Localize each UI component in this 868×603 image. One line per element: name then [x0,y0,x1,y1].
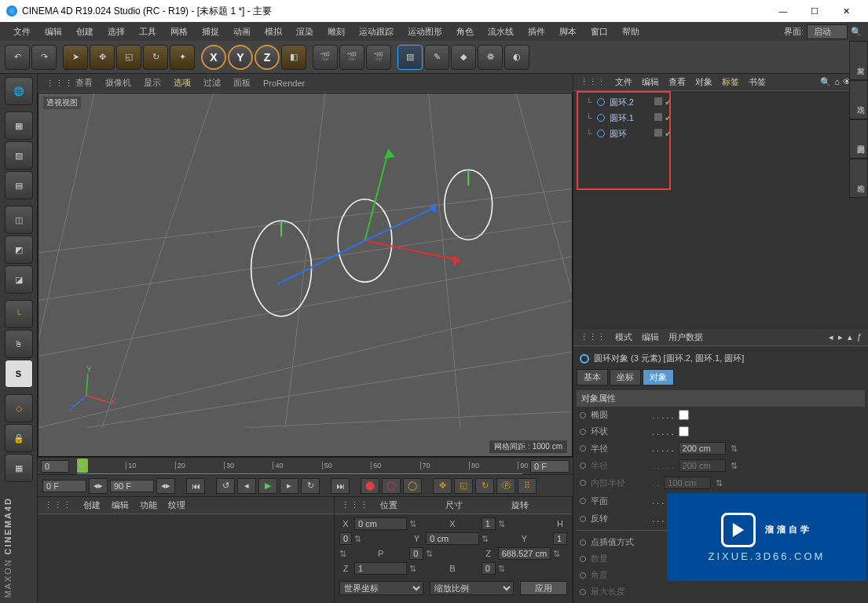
rot-b-stepper[interactable]: ⇅ [498,564,551,574]
axis-tool-button[interactable]: └ [5,300,33,328]
menu-tools[interactable]: 工具 [132,26,163,38]
key-dot-icon[interactable] [580,539,586,546]
maximize-button[interactable]: ☐ [799,0,830,22]
size-y-field[interactable] [553,532,567,545]
key-dot-icon[interactable] [580,429,586,435]
om-menu-view[interactable]: 查看 [668,76,686,88]
menu-window[interactable]: 窗口 [584,26,615,38]
rot-p-field[interactable] [409,547,423,560]
key-rot-button[interactable]: ↻ [475,478,494,494]
key-dot-icon[interactable] [580,572,586,579]
vp-menu-display[interactable]: 显示 [144,77,161,89]
pos-z-stepper[interactable]: ⇅ [553,549,567,559]
make-editable-button[interactable]: 🌐 [5,77,33,105]
search-icon[interactable]: 🔍 [851,27,862,37]
menu-character[interactable]: 角色 [449,26,481,38]
om-menu-objects[interactable]: 对象 [695,76,712,88]
pos-y-field[interactable] [426,532,478,545]
vp-menu-view[interactable]: 查看 [75,77,93,89]
size-z-field[interactable] [354,562,407,575]
menu-edit[interactable]: 编辑 [38,26,69,38]
add-spline-button[interactable]: ✎ [424,45,449,70]
size-z-stepper[interactable]: ⇅ [409,564,423,574]
render-pv-button[interactable]: 🎬 [339,45,364,70]
side-tab-content[interactable]: 内容浏览器 [849,119,868,159]
points-mode-button[interactable]: ◫ [5,206,33,234]
vp-menu-prorender[interactable]: ProRender [263,79,305,88]
om-search-icon[interactable]: 🔍 [820,77,831,87]
object-tree[interactable]: └ 圆环.2 ✔ └ 圆环.1 ✔ └ 圆环 ✔ [573,91,868,329]
key-dot-icon[interactable] [580,445,586,451]
mat-menu-create[interactable]: 创建 [83,499,101,511]
add-generator-button[interactable]: ◆ [451,45,476,70]
key-dot-icon[interactable] [580,498,586,504]
am-fwd-icon[interactable]: ▸ [838,332,843,342]
tab-basic[interactable]: 基本 [577,369,608,386]
range-stepper[interactable]: ◂▸ [89,478,108,494]
layout-select[interactable]: 启动 [807,24,848,39]
mat-menu-edit[interactable]: 编辑 [112,499,129,511]
keyframe-sel-button[interactable]: ◯ [403,478,422,494]
tab-object[interactable]: 对象 [643,369,674,386]
menu-animate[interactable]: 动画 [226,26,258,38]
rotate-tool-button[interactable]: ↻ [143,45,168,70]
rot-h-stepper[interactable]: ⇅ [354,534,407,544]
drag-handle-icon[interactable]: ⋮⋮⋮ [580,77,606,87]
close-button[interactable]: ✕ [830,0,862,22]
menu-render[interactable]: 渲染 [289,26,320,38]
menu-motiontrack[interactable]: 运动跟踪 [352,26,401,38]
vp-menu-filter[interactable]: 过滤 [203,77,221,89]
coord-scale-select[interactable]: 缩放比例 [430,581,514,595]
minimize-button[interactable]: — [767,0,799,22]
edges-mode-button[interactable]: ◩ [5,236,33,264]
next-key-button[interactable]: ↻ [301,478,320,494]
render-settings-button[interactable]: 🎬 [366,45,391,70]
workplane-button[interactable]: ▤ [5,171,33,199]
model-mode-button[interactable]: ▦ [5,111,33,140]
key-scale-button[interactable]: ◱ [454,478,473,494]
menu-plugins[interactable]: 插件 [521,26,552,38]
am-func-icon[interactable]: ƒ [857,332,862,342]
drag-handle-icon[interactable]: ⋮⋮⋮ [580,332,606,342]
menu-file[interactable]: 文件 [6,26,38,38]
radius-field[interactable] [679,442,726,455]
am-menu-mode[interactable]: 模式 [615,331,632,343]
menu-snap[interactable]: 捕捉 [195,26,226,38]
pos-z-field[interactable] [498,547,551,560]
drag-handle-icon[interactable]: ⋮⋮⋮ [341,500,369,510]
ring-checkbox[interactable] [679,426,689,437]
z-axis-lock-button[interactable]: Z [255,45,280,70]
pos-x-stepper[interactable]: ⇅ [409,519,423,529]
key-dot-icon[interactable] [580,462,586,469]
menu-mesh[interactable]: 网格 [163,26,195,38]
snap-tool-button[interactable]: S [5,360,33,388]
mat-menu-function[interactable]: 功能 [140,499,157,511]
perspective-viewport[interactable]: 透视视图 [38,93,573,457]
workplane-tool-button[interactable]: ◇ [5,394,33,422]
menu-sculpt[interactable]: 雕刻 [320,26,352,38]
radius-stepper[interactable]: ⇅ [731,444,738,454]
key-dot-icon[interactable] [580,412,586,418]
scale-tool-button[interactable]: ◱ [116,45,141,70]
rot-h-field[interactable] [339,532,352,545]
y-axis-lock-button[interactable]: Y [228,45,253,70]
mouse-tool-button[interactable]: 🖱 [5,330,33,358]
key-param-button[interactable]: Ⓟ [496,478,515,494]
size-x-field[interactable] [482,517,496,530]
goto-start-button[interactable]: ⏮ [186,478,205,494]
add-hypernurbs-button[interactable]: ❁ [478,45,503,70]
rot-b-field[interactable] [482,562,496,575]
vp-menu-camera[interactable]: 摄像机 [105,77,131,89]
planar-workplane-button[interactable]: ▦ [5,454,33,482]
om-menu-bookmarks[interactable]: 书签 [749,76,766,88]
timeline-start-field[interactable] [41,460,69,473]
add-cube-button[interactable]: ▧ [397,45,423,70]
goto-end-button[interactable]: ⏭ [331,478,350,494]
menu-select[interactable]: 选择 [101,26,132,38]
am-up-icon[interactable]: ▴ [848,332,852,342]
coord-system-button[interactable]: ◧ [281,45,306,70]
autokey-button[interactable]: ◯ [382,478,401,494]
ellipse-checkbox[interactable] [679,410,689,420]
pos-x-field[interactable] [354,517,407,530]
size-x-stepper[interactable]: ⇅ [498,519,551,529]
